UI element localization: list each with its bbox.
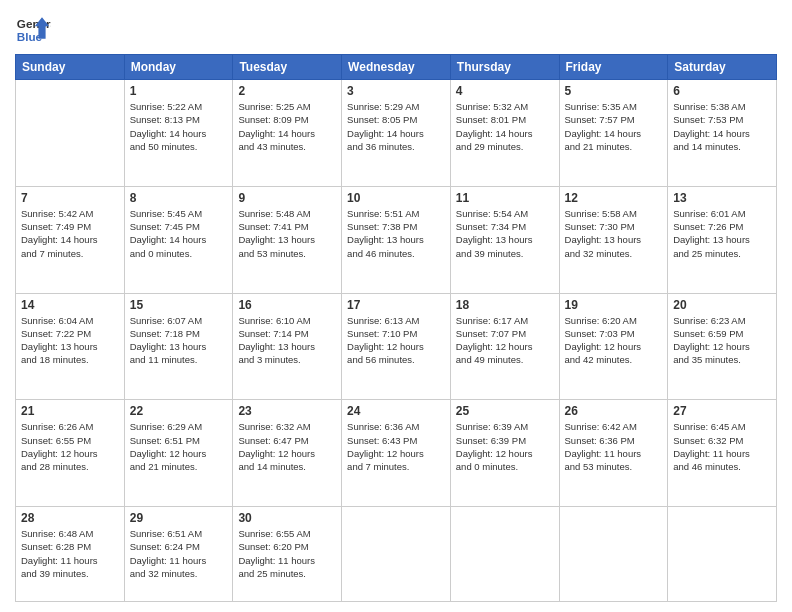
- calendar-cell: 15Sunrise: 6:07 AM Sunset: 7:18 PM Dayli…: [124, 293, 233, 400]
- calendar-cell: 13Sunrise: 6:01 AM Sunset: 7:26 PM Dayli…: [668, 186, 777, 293]
- calendar-cell: 3Sunrise: 5:29 AM Sunset: 8:05 PM Daylig…: [342, 80, 451, 187]
- calendar-cell: 17Sunrise: 6:13 AM Sunset: 7:10 PM Dayli…: [342, 293, 451, 400]
- day-info: Sunrise: 5:35 AM Sunset: 7:57 PM Dayligh…: [565, 100, 663, 153]
- day-info: Sunrise: 6:48 AM Sunset: 6:28 PM Dayligh…: [21, 527, 119, 580]
- page: General Blue SundayMondayTuesdayWednesda…: [0, 0, 792, 612]
- day-number: 19: [565, 298, 663, 312]
- day-number: 8: [130, 191, 228, 205]
- day-number: 6: [673, 84, 771, 98]
- day-header-monday: Monday: [124, 55, 233, 80]
- day-header-wednesday: Wednesday: [342, 55, 451, 80]
- day-number: 10: [347, 191, 445, 205]
- calendar-table: SundayMondayTuesdayWednesdayThursdayFrid…: [15, 54, 777, 602]
- calendar-cell: 8Sunrise: 5:45 AM Sunset: 7:45 PM Daylig…: [124, 186, 233, 293]
- day-info: Sunrise: 6:20 AM Sunset: 7:03 PM Dayligh…: [565, 314, 663, 367]
- day-info: Sunrise: 6:26 AM Sunset: 6:55 PM Dayligh…: [21, 420, 119, 473]
- day-number: 22: [130, 404, 228, 418]
- day-number: 5: [565, 84, 663, 98]
- day-number: 13: [673, 191, 771, 205]
- calendar-cell: 21Sunrise: 6:26 AM Sunset: 6:55 PM Dayli…: [16, 400, 125, 507]
- calendar-cell: 6Sunrise: 5:38 AM Sunset: 7:53 PM Daylig…: [668, 80, 777, 187]
- calendar-cell: 26Sunrise: 6:42 AM Sunset: 6:36 PM Dayli…: [559, 400, 668, 507]
- day-info: Sunrise: 5:32 AM Sunset: 8:01 PM Dayligh…: [456, 100, 554, 153]
- day-info: Sunrise: 6:39 AM Sunset: 6:39 PM Dayligh…: [456, 420, 554, 473]
- day-info: Sunrise: 6:10 AM Sunset: 7:14 PM Dayligh…: [238, 314, 336, 367]
- calendar-cell: [16, 80, 125, 187]
- day-number: 23: [238, 404, 336, 418]
- day-number: 16: [238, 298, 336, 312]
- day-info: Sunrise: 5:51 AM Sunset: 7:38 PM Dayligh…: [347, 207, 445, 260]
- calendar-cell: 24Sunrise: 6:36 AM Sunset: 6:43 PM Dayli…: [342, 400, 451, 507]
- calendar-cell: 10Sunrise: 5:51 AM Sunset: 7:38 PM Dayli…: [342, 186, 451, 293]
- calendar-cell: 30Sunrise: 6:55 AM Sunset: 6:20 PM Dayli…: [233, 507, 342, 602]
- day-info: Sunrise: 5:54 AM Sunset: 7:34 PM Dayligh…: [456, 207, 554, 260]
- calendar-cell: 5Sunrise: 5:35 AM Sunset: 7:57 PM Daylig…: [559, 80, 668, 187]
- day-info: Sunrise: 6:29 AM Sunset: 6:51 PM Dayligh…: [130, 420, 228, 473]
- calendar-cell: 25Sunrise: 6:39 AM Sunset: 6:39 PM Dayli…: [450, 400, 559, 507]
- day-number: 29: [130, 511, 228, 525]
- calendar-week-row: 28Sunrise: 6:48 AM Sunset: 6:28 PM Dayli…: [16, 507, 777, 602]
- calendar-cell: [559, 507, 668, 602]
- calendar-cell: 12Sunrise: 5:58 AM Sunset: 7:30 PM Dayli…: [559, 186, 668, 293]
- calendar-cell: 29Sunrise: 6:51 AM Sunset: 6:24 PM Dayli…: [124, 507, 233, 602]
- day-number: 1: [130, 84, 228, 98]
- day-number: 21: [21, 404, 119, 418]
- calendar-week-row: 7Sunrise: 5:42 AM Sunset: 7:49 PM Daylig…: [16, 186, 777, 293]
- day-number: 15: [130, 298, 228, 312]
- day-info: Sunrise: 6:23 AM Sunset: 6:59 PM Dayligh…: [673, 314, 771, 367]
- day-number: 9: [238, 191, 336, 205]
- calendar-week-row: 21Sunrise: 6:26 AM Sunset: 6:55 PM Dayli…: [16, 400, 777, 507]
- day-number: 24: [347, 404, 445, 418]
- day-header-tuesday: Tuesday: [233, 55, 342, 80]
- calendar-cell: 22Sunrise: 6:29 AM Sunset: 6:51 PM Dayli…: [124, 400, 233, 507]
- day-info: Sunrise: 5:48 AM Sunset: 7:41 PM Dayligh…: [238, 207, 336, 260]
- calendar-cell: 2Sunrise: 5:25 AM Sunset: 8:09 PM Daylig…: [233, 80, 342, 187]
- calendar-cell: 4Sunrise: 5:32 AM Sunset: 8:01 PM Daylig…: [450, 80, 559, 187]
- day-info: Sunrise: 5:38 AM Sunset: 7:53 PM Dayligh…: [673, 100, 771, 153]
- day-info: Sunrise: 6:36 AM Sunset: 6:43 PM Dayligh…: [347, 420, 445, 473]
- day-number: 7: [21, 191, 119, 205]
- logo: General Blue: [15, 10, 51, 46]
- day-number: 27: [673, 404, 771, 418]
- day-info: Sunrise: 6:04 AM Sunset: 7:22 PM Dayligh…: [21, 314, 119, 367]
- calendar-week-row: 14Sunrise: 6:04 AM Sunset: 7:22 PM Dayli…: [16, 293, 777, 400]
- day-info: Sunrise: 6:32 AM Sunset: 6:47 PM Dayligh…: [238, 420, 336, 473]
- calendar-cell: 27Sunrise: 6:45 AM Sunset: 6:32 PM Dayli…: [668, 400, 777, 507]
- day-info: Sunrise: 6:45 AM Sunset: 6:32 PM Dayligh…: [673, 420, 771, 473]
- day-number: 17: [347, 298, 445, 312]
- day-info: Sunrise: 5:45 AM Sunset: 7:45 PM Dayligh…: [130, 207, 228, 260]
- day-header-sunday: Sunday: [16, 55, 125, 80]
- day-info: Sunrise: 5:42 AM Sunset: 7:49 PM Dayligh…: [21, 207, 119, 260]
- calendar-cell: 1Sunrise: 5:22 AM Sunset: 8:13 PM Daylig…: [124, 80, 233, 187]
- day-info: Sunrise: 6:17 AM Sunset: 7:07 PM Dayligh…: [456, 314, 554, 367]
- calendar-week-row: 1Sunrise: 5:22 AM Sunset: 8:13 PM Daylig…: [16, 80, 777, 187]
- header: General Blue: [15, 10, 777, 46]
- day-info: Sunrise: 6:55 AM Sunset: 6:20 PM Dayligh…: [238, 527, 336, 580]
- day-number: 3: [347, 84, 445, 98]
- day-info: Sunrise: 5:29 AM Sunset: 8:05 PM Dayligh…: [347, 100, 445, 153]
- day-header-saturday: Saturday: [668, 55, 777, 80]
- calendar-cell: [450, 507, 559, 602]
- day-info: Sunrise: 6:07 AM Sunset: 7:18 PM Dayligh…: [130, 314, 228, 367]
- day-info: Sunrise: 6:42 AM Sunset: 6:36 PM Dayligh…: [565, 420, 663, 473]
- calendar-cell: 9Sunrise: 5:48 AM Sunset: 7:41 PM Daylig…: [233, 186, 342, 293]
- calendar-cell: 28Sunrise: 6:48 AM Sunset: 6:28 PM Dayli…: [16, 507, 125, 602]
- calendar-cell: 14Sunrise: 6:04 AM Sunset: 7:22 PM Dayli…: [16, 293, 125, 400]
- day-number: 12: [565, 191, 663, 205]
- calendar-cell: 7Sunrise: 5:42 AM Sunset: 7:49 PM Daylig…: [16, 186, 125, 293]
- day-number: 18: [456, 298, 554, 312]
- day-info: Sunrise: 5:25 AM Sunset: 8:09 PM Dayligh…: [238, 100, 336, 153]
- calendar-cell: 20Sunrise: 6:23 AM Sunset: 6:59 PM Dayli…: [668, 293, 777, 400]
- day-number: 28: [21, 511, 119, 525]
- day-info: Sunrise: 6:13 AM Sunset: 7:10 PM Dayligh…: [347, 314, 445, 367]
- calendar-cell: [342, 507, 451, 602]
- logo-icon: General Blue: [15, 10, 51, 46]
- day-number: 14: [21, 298, 119, 312]
- day-header-friday: Friday: [559, 55, 668, 80]
- day-number: 2: [238, 84, 336, 98]
- day-info: Sunrise: 5:58 AM Sunset: 7:30 PM Dayligh…: [565, 207, 663, 260]
- day-number: 26: [565, 404, 663, 418]
- day-number: 20: [673, 298, 771, 312]
- calendar-body: 1Sunrise: 5:22 AM Sunset: 8:13 PM Daylig…: [16, 80, 777, 602]
- day-header-thursday: Thursday: [450, 55, 559, 80]
